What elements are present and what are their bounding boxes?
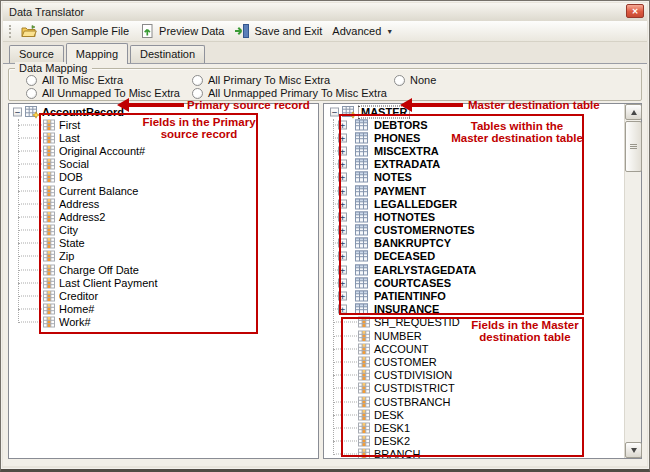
destination-field-row[interactable]: SH_REQUESTID xyxy=(324,316,624,329)
open-sample-file-button[interactable]: Open Sample File xyxy=(17,22,135,41)
destination-table-row[interactable]: HOTNOTES xyxy=(324,210,624,223)
destination-table-row[interactable]: EARLYSTAGEDATA xyxy=(324,263,624,276)
destination-table-row[interactable]: PHONES xyxy=(324,131,624,144)
destination-table-row[interactable]: COURTCASES xyxy=(324,276,624,289)
source-field-row[interactable]: First xyxy=(9,118,318,131)
expand-icon[interactable] xyxy=(338,186,347,195)
close-button[interactable]: ✕ xyxy=(626,4,644,18)
radio-all-to-misc-extra[interactable]: All To Misc Extra xyxy=(26,74,123,86)
source-field-row[interactable]: Last xyxy=(9,131,318,144)
source-field-row[interactable]: Work# xyxy=(9,316,318,329)
table-icon xyxy=(355,158,369,171)
destination-table-label: HOTNOTES xyxy=(374,211,435,222)
destination-field-row[interactable]: CUSTBRANCH xyxy=(324,395,624,408)
table-icon xyxy=(355,210,369,223)
expand-icon[interactable] xyxy=(338,212,347,221)
tab-destination[interactable]: Destination xyxy=(130,45,205,63)
table-icon xyxy=(355,250,369,263)
radio-icon xyxy=(26,88,37,99)
tree-connector xyxy=(18,203,42,204)
tree-connector xyxy=(18,216,42,217)
expand-icon[interactable] xyxy=(338,199,347,208)
destination-table-row[interactable]: NOTES xyxy=(324,171,624,184)
radio-all-unmapped-to-misc-extra[interactable]: All Unmapped To Misc Extra xyxy=(26,87,180,99)
expand-icon[interactable] xyxy=(338,160,347,169)
scrollbar-thumb[interactable] xyxy=(625,121,642,172)
source-field-row[interactable]: Charge Off Date xyxy=(9,263,318,276)
expand-icon[interactable] xyxy=(338,226,347,235)
destination-table-row[interactable]: LEGALLEDGER xyxy=(324,197,624,210)
destination-field-row[interactable]: CUSTDIVISION xyxy=(324,369,624,382)
collapse-icon[interactable] xyxy=(13,108,22,117)
expand-icon[interactable] xyxy=(338,120,347,129)
tab-source[interactable]: Source xyxy=(9,45,64,63)
radio-all-unmapped-primary-to-misc-extra[interactable]: All Unmapped Primary To Misc Extra xyxy=(192,87,387,99)
expand-icon[interactable] xyxy=(338,292,347,301)
destination-table-row[interactable]: INSURANCE xyxy=(324,303,624,316)
source-field-row[interactable]: Original Account# xyxy=(9,144,318,157)
expand-icon[interactable] xyxy=(338,133,347,142)
radio-all-primary-to-misc-extra[interactable]: All Primary To Misc Extra xyxy=(192,74,330,86)
data-translator-window: Data Translator ✕ Open Sample File Previ… xyxy=(0,0,650,472)
radio-label: All To Misc Extra xyxy=(42,74,123,86)
tree-connector xyxy=(18,164,42,165)
destination-root-row[interactable]: MASTER xyxy=(324,106,624,118)
expand-icon[interactable] xyxy=(338,278,347,287)
destination-table-row[interactable]: PAYMENT xyxy=(324,184,624,197)
source-field-row[interactable]: Zip xyxy=(9,250,318,263)
destination-table-row[interactable]: DECEASED xyxy=(324,250,624,263)
expand-icon[interactable] xyxy=(338,252,347,261)
destination-table-label: EXTRADATA xyxy=(374,159,440,170)
radio-icon xyxy=(192,88,203,99)
destination-table-row[interactable]: BANKRUPTCY xyxy=(324,237,624,250)
source-field-row[interactable]: DOB xyxy=(9,171,318,184)
expand-icon[interactable] xyxy=(338,173,347,182)
save-and-exit-button[interactable]: Save and Exit xyxy=(230,21,328,41)
tab-destination-label: Destination xyxy=(140,48,195,60)
source-field-row[interactable]: State xyxy=(9,237,318,250)
source-field-row[interactable]: Creditor xyxy=(9,289,318,302)
destination-field-row[interactable]: BRANCH xyxy=(324,448,624,458)
source-field-row[interactable]: Address2 xyxy=(9,210,318,223)
destination-table-row[interactable]: PATIENTINFO xyxy=(324,289,624,302)
source-field-row[interactable]: Current Balance xyxy=(9,184,318,197)
collapse-icon[interactable] xyxy=(330,108,339,117)
advanced-menu-button[interactable]: Advanced ▼ xyxy=(328,23,399,39)
expand-icon[interactable] xyxy=(338,305,347,314)
radio-none[interactable]: None xyxy=(394,74,436,86)
source-field-row[interactable]: City xyxy=(9,224,318,237)
destination-table-row[interactable]: MISCEXTRA xyxy=(324,144,624,157)
toolbar-grip[interactable] xyxy=(9,25,12,38)
destination-table-row[interactable]: DEBTORS xyxy=(324,118,624,131)
preview-data-button[interactable]: Preview Data xyxy=(135,21,230,41)
destination-field-row[interactable]: NUMBER xyxy=(324,329,624,342)
source-field-row[interactable]: Home# xyxy=(9,303,318,316)
vertical-scrollbar[interactable] xyxy=(624,104,641,458)
destination-field-row[interactable]: DESK2 xyxy=(324,435,624,448)
destination-field-label: CUSTDISTRICT xyxy=(374,383,455,394)
table-icon xyxy=(355,224,369,237)
expand-icon[interactable] xyxy=(338,239,347,248)
tree-connector xyxy=(333,375,357,376)
destination-field-row[interactable]: ACCOUNT xyxy=(324,342,624,355)
destination-field-row[interactable]: CUSTOMER xyxy=(324,355,624,368)
destination-table-row[interactable]: EXTRADATA xyxy=(324,158,624,171)
destination-field-row[interactable]: CUSTDISTRICT xyxy=(324,382,624,395)
scroll-up-button[interactable] xyxy=(625,104,642,120)
expand-icon[interactable] xyxy=(338,265,347,274)
destination-field-row[interactable]: DESK xyxy=(324,408,624,421)
destination-field-row[interactable]: DESK1 xyxy=(324,421,624,434)
source-field-row[interactable]: Social xyxy=(9,158,318,171)
expand-icon[interactable] xyxy=(338,146,347,155)
radio-icon xyxy=(394,75,405,86)
scroll-down-button[interactable] xyxy=(625,442,642,458)
table-icon xyxy=(355,197,369,210)
destination-table-row[interactable]: CUSTOMERNOTES xyxy=(324,224,624,237)
destination-field-label: CUSTOMER xyxy=(374,356,437,367)
source-field-row[interactable]: Last Client Payment xyxy=(9,276,318,289)
tab-mapping[interactable]: Mapping xyxy=(66,43,128,64)
destination-field-label: ACCOUNT xyxy=(374,343,428,354)
source-field-row[interactable]: Address xyxy=(9,197,318,210)
source-root-row[interactable]: AccountRecord xyxy=(9,106,318,118)
source-field-label: Work# xyxy=(59,317,91,328)
